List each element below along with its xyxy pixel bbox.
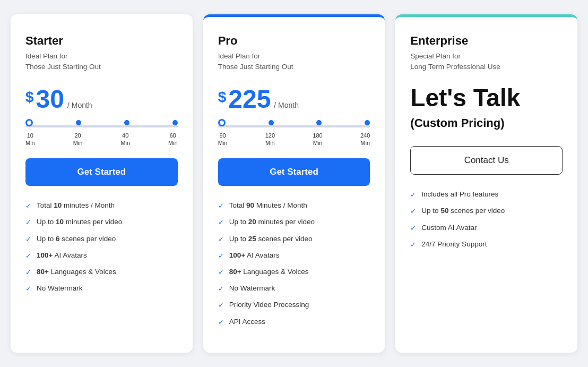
pro-slider-labels: 90 Min 120 Min 180 Min 240 Min: [218, 132, 370, 147]
starter-cta-button[interactable]: Get Started: [25, 158, 178, 186]
pro-plan-name: Pro: [218, 34, 370, 48]
pro-cta-button[interactable]: Get Started: [218, 158, 370, 186]
list-item: ✓Custom AI Avatar: [410, 223, 563, 233]
starter-feature-list: ✓Total 10 minutes / Month ✓Up to 10 minu…: [25, 201, 178, 294]
list-item: ✓24/7 Priority Support: [410, 240, 563, 250]
pro-price-amount: 225: [228, 84, 271, 114]
list-item: ✓Up to 50 scenes per video: [410, 206, 563, 216]
starter-dot-3[interactable]: [124, 120, 129, 125]
check-icon: ✓: [410, 240, 416, 250]
starter-dot-2[interactable]: [76, 120, 81, 125]
check-icon: ✓: [25, 235, 31, 244]
list-item: ✓Total 10 minutes / Month: [25, 201, 178, 211]
check-icon: ✓: [218, 284, 224, 294]
list-item: ✓No Watermark: [218, 284, 370, 294]
list-item: ✓Up to 20 minutes per video: [218, 217, 370, 227]
starter-label-4: 60 Min: [168, 132, 178, 147]
pro-slider: 90 Min 120 Min 180 Min 240 Min: [218, 125, 370, 147]
check-icon: ✓: [25, 284, 31, 294]
pro-label-1: 90 Min: [218, 132, 228, 147]
enterprise-plan-name: Enterprise: [410, 34, 563, 48]
check-icon: ✓: [25, 218, 31, 227]
check-icon: ✓: [25, 251, 31, 261]
pro-label-4: 240 Min: [360, 132, 370, 147]
pro-dot-3[interactable]: [316, 120, 322, 125]
starter-price-period: / Month: [67, 101, 92, 109]
pro-price-period: / Month: [274, 101, 299, 109]
pro-feature-list: ✓Total 90 Minutes / Month ✓Up to 20 minu…: [218, 201, 370, 327]
check-icon: ✓: [218, 218, 224, 227]
starter-dot-4[interactable]: [172, 120, 178, 125]
pro-dot-1[interactable]: [218, 119, 226, 126]
enterprise-custom-pricing: (Custom Pricing): [410, 116, 563, 130]
starter-price-amount: 30: [36, 84, 64, 114]
list-item: ✓80+ Languages & Voices: [25, 267, 178, 277]
starter-slider-labels: 10 Min 20 Min 40 Min 60 Min: [25, 132, 178, 147]
starter-price-block: $ 30 / Month: [25, 84, 178, 114]
starter-price-sign: $: [25, 84, 34, 106]
check-icon: ✓: [218, 268, 224, 277]
pro-dot-4[interactable]: [365, 120, 370, 125]
list-item: ✓80+ Languages & Voices: [218, 267, 370, 277]
list-item: ✓Priority Video Processing: [218, 300, 370, 310]
enterprise-plan-desc: Special Plan for Long Term Professional …: [410, 51, 563, 73]
check-icon: ✓: [218, 251, 224, 261]
check-icon: ✓: [218, 301, 224, 310]
check-icon: ✓: [218, 235, 224, 244]
check-icon: ✓: [410, 207, 416, 216]
list-item: ✓Up to 25 scenes per video: [218, 234, 370, 244]
check-icon: ✓: [25, 268, 31, 277]
enterprise-feature-list: ✓Includes all Pro features ✓Up to 50 sce…: [410, 190, 563, 250]
starter-slider-track: [25, 125, 178, 127]
starter-slider: 10 Min 20 Min 40 Min 60 Min: [25, 125, 178, 147]
starter-label-1: 10 Min: [25, 132, 35, 147]
pro-label-2: 120 Min: [265, 132, 275, 147]
starter-label-2: 20 Min: [73, 132, 83, 147]
enterprise-plan-card: Enterprise Special Plan for Long Term Pr…: [395, 14, 577, 353]
starter-plan-card: Starter Ideal Plan for Those Just Starti…: [11, 14, 193, 353]
starter-label-3: 40 Min: [120, 132, 130, 147]
pro-label-3: 180 Min: [313, 132, 322, 147]
check-icon: ✓: [218, 201, 224, 211]
check-icon: ✓: [410, 224, 416, 233]
list-item: ✓Total 90 Minutes / Month: [218, 201, 370, 211]
pro-price-sign: $: [218, 84, 227, 106]
check-icon: ✓: [218, 318, 224, 327]
pro-price-block: $ 225 / Month: [218, 84, 370, 114]
list-item: ✓Includes all Pro features: [410, 190, 563, 200]
enterprise-lets-talk: Let's Talk: [410, 84, 563, 112]
list-item: ✓No Watermark: [25, 284, 178, 294]
list-item: ✓100+ AI Avatars: [218, 251, 370, 261]
pro-plan-desc: Ideal Plan for Those Just Starting Out: [218, 51, 370, 73]
list-item: ✓Up to 6 scenes per video: [25, 234, 178, 244]
pricing-container: Starter Ideal Plan for Those Just Starti…: [11, 14, 577, 353]
starter-plan-desc: Ideal Plan for Those Just Starting Out: [25, 51, 178, 73]
check-icon: ✓: [25, 201, 31, 211]
pro-plan-card: Pro Ideal Plan for Those Just Starting O…: [203, 14, 385, 353]
starter-dot-1[interactable]: [25, 119, 33, 126]
starter-slider-dots: [25, 124, 178, 126]
check-icon: ✓: [410, 190, 416, 200]
starter-plan-name: Starter: [25, 34, 178, 48]
pro-dot-2[interactable]: [269, 120, 274, 125]
list-item: ✓Up to 10 minutes per video: [25, 217, 178, 227]
enterprise-cta-button[interactable]: Contact Us: [410, 146, 563, 175]
list-item: ✓API Access: [218, 317, 370, 327]
pro-slider-dots: [218, 124, 370, 126]
pro-slider-track: [218, 125, 370, 127]
list-item: ✓100+ AI Avatars: [25, 251, 178, 261]
